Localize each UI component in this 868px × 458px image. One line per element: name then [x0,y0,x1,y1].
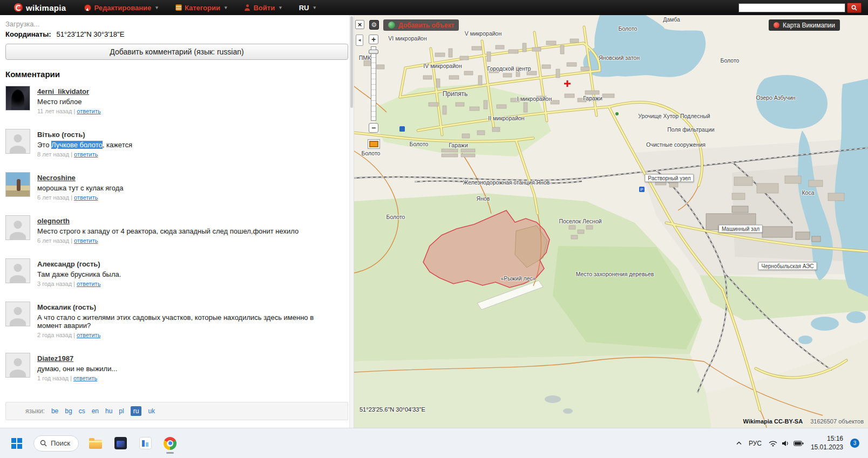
map-label[interactable]: Гаражи [583,95,602,101]
search-icon [851,5,857,11]
reply-link[interactable]: ответить [77,281,100,287]
language-link-bg[interactable]: bg [65,407,72,415]
map-label[interactable]: Поселок Лесной [559,218,601,224]
zoom-slider[interactable] [371,46,376,121]
map-label[interactable]: II микрорайон [488,115,524,121]
map-label[interactable]: Место захоронения деревьев [576,271,654,277]
map-label[interactable]: Урочище Хутор Подлесный [638,113,710,119]
zoom-out-button[interactable]: − [369,123,378,133]
map-label[interactable]: Железнодорожная станция Янов [463,179,550,186]
language-link-en[interactable]: en [92,407,99,415]
comment-text: думаю, они не выжили... [37,365,117,373]
zoom-in-button[interactable]: + [369,35,378,44]
map-label[interactable]: Машинный зал [718,225,763,233]
map-canvas[interactable]: P [354,15,868,428]
map-label[interactable]: Растворный узел [645,174,694,182]
wikimapia-logo-icon [14,3,23,12]
panel-scrollbar[interactable] [349,15,354,428]
search-button[interactable] [847,3,862,13]
language-link-ru[interactable]: ru [131,406,142,416]
system-tray[interactable] [769,440,804,447]
language-link-pl[interactable]: pl [119,407,124,415]
close-panel-button[interactable]: × [355,20,364,29]
language-link-be[interactable]: be [51,407,58,415]
start-button[interactable] [6,433,27,454]
map-label[interactable]: Гаражи [449,142,468,148]
search-input[interactable] [738,3,845,12]
wikimapia-mini-logo-icon [774,22,779,28]
collapse-panel-button[interactable]: ◄ [356,35,363,46]
reply-link[interactable]: ответить [77,108,100,114]
language-link-uk[interactable]: uk [148,407,155,415]
map-label[interactable]: Озеро Азбучин [756,94,795,101]
language-selector[interactable]: RU [299,4,316,12]
reply-link[interactable]: ответить [74,194,98,201]
add-object-label: Добавить объект [398,22,454,29]
map-label[interactable]: Поля фильтрации [667,126,714,133]
comment-author[interactable]: Necroshine [37,174,76,182]
reply-link[interactable]: ответить [73,375,97,381]
map-label[interactable]: Городской центр [487,65,531,72]
map-label[interactable]: Болото [619,25,638,32]
map-type-button[interactable]: Карта Викимапии [769,19,840,31]
tray-chevron-icon[interactable] [736,441,742,446]
map[interactable]: P ДамбаБолотоVI микрорайонV микрорайонПМ… [354,15,868,428]
media-app-button[interactable] [110,433,131,454]
comment-age: 2 года назад | [37,332,77,338]
file-explorer-button[interactable] [85,433,106,454]
comment-meta: 8 лет назад | ответить [37,151,132,158]
map-label[interactable]: IV микрорайон [423,63,462,69]
clock[interactable]: 15:16 15.01.2023 [811,435,843,452]
input-language-indicator[interactable]: РУС [749,440,762,447]
map-label[interactable]: I микрорайон [517,95,552,102]
map-label[interactable]: Чернобыльская АЭС [758,262,817,270]
language-link-cs[interactable]: cs [79,407,85,415]
settings-button[interactable]: ⚙ [369,20,379,30]
photos-app-button[interactable] [135,433,155,454]
categories-icon [175,4,182,11]
map-label[interactable]: Коса [802,189,814,196]
taskbar-search-icon [40,440,47,447]
menu-editing[interactable]: Редактирование [84,4,158,12]
comment-author: Вітько (гость) [37,131,85,139]
comment-author[interactable]: 4erni_likvidator [37,87,89,95]
map-label[interactable]: V микрорайон [465,30,501,37]
map-label[interactable]: Болото [410,141,429,147]
map-label[interactable]: Янов [477,195,490,202]
comment-author[interactable]: Diatez1987 [37,354,73,363]
reply-link[interactable]: ответить [74,237,98,244]
add-comment-button[interactable]: Добавить комментарий (язык: russian) [5,44,348,60]
folder-icon [89,440,102,449]
attribution-license[interactable]: Wikimapia CC-BY-SA [743,418,803,425]
user-icon [244,4,250,11]
map-label[interactable]: Болото [362,150,381,156]
map-label[interactable]: «Рыжий лес» [500,275,535,282]
taskbar-search-label: Поиск [51,439,70,447]
taskbar-search[interactable]: Поиск [33,435,79,452]
reply-link[interactable]: ответить [74,151,98,158]
chrome-button[interactable] [160,433,180,454]
menu-categories[interactable]: Категории [175,4,227,12]
system-tray-area: РУС 15:16 15.01.2023 3 [736,435,862,452]
notification-badge[interactable]: 3 [850,439,859,448]
map-label[interactable]: Болото [721,57,740,64]
map-label[interactable]: Яновский затон [599,54,640,61]
comment-item: Москалик (гость)А что стало с жителями э… [5,302,348,338]
minimap-tool-icon[interactable] [368,140,379,148]
comment-text: морошка тут с кулак ягода [37,184,124,192]
add-object-button[interactable]: Добавить объект [383,19,459,31]
menu-login[interactable]: Войти [244,4,281,12]
language-link-hu[interactable]: hu [105,407,112,415]
map-label[interactable]: VI микрорайон [388,35,426,42]
map-label[interactable]: ПМК [359,54,371,61]
comment-author[interactable]: olegnorth [37,217,70,225]
map-label[interactable]: Болото [386,214,405,220]
map-label[interactable]: Дамба [663,16,680,23]
map-label[interactable]: Очистные сооружения [646,141,706,148]
map-label[interactable]: Припять [443,90,468,98]
wikimapia-logo[interactable]: wikimapia [14,3,66,12]
zoom-slider-thumb[interactable] [369,50,378,54]
reply-link[interactable]: ответить [77,332,100,338]
scrollbar-thumb[interactable] [350,16,353,108]
comment-age: 6 лет назад | [37,237,74,244]
